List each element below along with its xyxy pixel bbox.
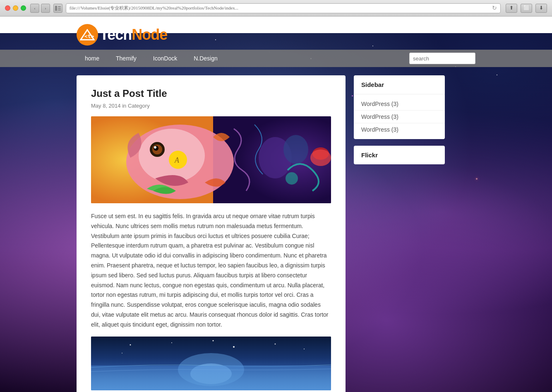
svg-point-26 bbox=[304, 349, 305, 349]
svg-point-28 bbox=[213, 340, 214, 341]
svg-text:<t>: <t> bbox=[84, 33, 94, 39]
forward-button[interactable]: › bbox=[41, 4, 50, 13]
svg-rect-31 bbox=[91, 366, 331, 390]
svg-rect-21 bbox=[91, 337, 331, 390]
svg-rect-1 bbox=[58, 6, 61, 7]
svg-point-13 bbox=[154, 146, 156, 149]
post-area: Just a Post Title May 8, 2014 in Categor… bbox=[77, 75, 346, 392]
close-button[interactable] bbox=[5, 5, 10, 11]
svg-point-23 bbox=[171, 342, 172, 343]
svg-rect-0 bbox=[55, 6, 57, 11]
browser-actions: ⬆ ⬜ ⬇ bbox=[506, 4, 547, 13]
widget-list-item[interactable]: WordPress (3) bbox=[354, 98, 445, 111]
nav-item-themify[interactable]: Themify bbox=[108, 50, 145, 67]
nav-item-home[interactable]: home bbox=[77, 50, 108, 67]
svg-rect-3 bbox=[58, 10, 61, 10]
sidebar-toggle-button[interactable] bbox=[53, 4, 62, 13]
nav-bar: home Themify IconDock N.Design bbox=[0, 50, 552, 67]
browser-window-controls bbox=[5, 5, 26, 11]
logo-icon: <t> bbox=[77, 24, 98, 46]
svg-point-30 bbox=[190, 363, 232, 384]
download-button[interactable]: ⬇ bbox=[535, 4, 547, 13]
nav-item-ndesign[interactable]: N.Design bbox=[185, 50, 226, 67]
logo-text: TechNode bbox=[100, 26, 167, 43]
nav-item-icondock[interactable]: IconDock bbox=[145, 50, 185, 67]
svg-point-18 bbox=[286, 172, 298, 185]
svg-text:A: A bbox=[174, 156, 180, 164]
svg-point-17 bbox=[283, 135, 308, 164]
widget-title-sidebar: Sidebar bbox=[354, 75, 445, 94]
svg-point-27 bbox=[122, 353, 122, 354]
post-featured-image: A bbox=[91, 116, 331, 203]
search-input[interactable] bbox=[413, 55, 472, 62]
maximize-button[interactable] bbox=[21, 5, 26, 11]
svg-rect-2 bbox=[58, 8, 61, 9]
svg-point-20 bbox=[310, 149, 331, 166]
reader-view-button[interactable]: ⬜ bbox=[521, 4, 532, 13]
nav-links: home Themify IconDock N.Design bbox=[77, 50, 226, 67]
browser-chrome: ‹ › file:///Volumes/Elssie(专业积累)/2015090… bbox=[0, 0, 552, 17]
widget-list-item[interactable]: WordPress (3) bbox=[354, 111, 445, 123]
minimize-button[interactable] bbox=[13, 5, 18, 11]
flickr-widget: Flickr bbox=[354, 146, 445, 164]
share-button[interactable]: ⬆ bbox=[506, 4, 517, 13]
post-meta: May 8, 2014 in Category bbox=[91, 103, 331, 109]
svg-point-25 bbox=[275, 343, 276, 344]
reload-icon[interactable]: ↻ bbox=[492, 5, 497, 12]
svg-point-22 bbox=[130, 344, 131, 345]
sidebar-widget-categories: Sidebar WordPress (3) WordPress (3) Word… bbox=[354, 75, 445, 139]
widget-list-item[interactable]: WordPress (3) bbox=[354, 123, 445, 136]
search-box[interactable] bbox=[409, 53, 475, 64]
site-logo[interactable]: <t> TechNode bbox=[77, 24, 552, 46]
svg-point-24 bbox=[233, 346, 235, 348]
sidebar: Sidebar WordPress (3) WordPress (3) Word… bbox=[354, 75, 445, 392]
address-bar[interactable]: file:///Volumes/Elssie(专业积累)/20150908DL/… bbox=[66, 3, 501, 13]
svg-point-29 bbox=[178, 353, 244, 386]
post-second-image bbox=[91, 337, 331, 390]
flickr-title: Flickr bbox=[354, 146, 445, 164]
post-body: Fusce ut sem est. In eu sagittis felis. … bbox=[91, 212, 331, 330]
back-button[interactable]: ‹ bbox=[30, 4, 39, 13]
main-content: Just a Post Title May 8, 2014 in Categor… bbox=[0, 67, 552, 392]
post-title: Just a Post Title bbox=[91, 88, 331, 99]
url-text: file:///Volumes/Elssie(专业积累)/20150908DL/… bbox=[70, 5, 238, 11]
site-wrapper: <t> TechNode home Themify IconDock N.Des… bbox=[0, 17, 552, 392]
browser-navigation: ‹ › bbox=[30, 4, 50, 13]
site-header: <t> TechNode bbox=[0, 17, 552, 50]
widget-list: WordPress (3) WordPress (3) WordPress (3… bbox=[354, 94, 445, 139]
